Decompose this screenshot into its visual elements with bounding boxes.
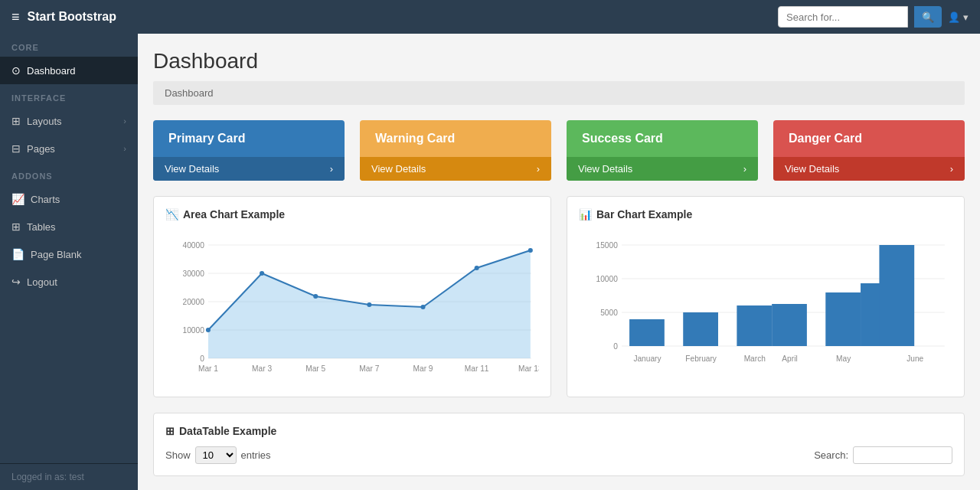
show-label: Show [165, 449, 191, 461]
svg-text:April: April [782, 354, 797, 363]
sidebar-item-dashboard[interactable]: ⊙ Dashboard [0, 57, 138, 84]
sidebar-section-interface: INTERFACE [0, 84, 138, 107]
datatable-search: Search: [814, 446, 952, 464]
svg-text:0: 0 [200, 354, 204, 363]
card-primary-detail: View Details [165, 163, 219, 175]
svg-text:June: June [906, 354, 923, 363]
svg-text:15000: 15000 [596, 241, 619, 250]
svg-point-12 [260, 271, 264, 276]
layout: CORE ⊙ Dashboard INTERFACE ⊞ Layouts › ⊟… [0, 34, 980, 490]
datatable-controls: Show 10 25 50 100 entries Search: [165, 446, 952, 464]
bar-june [879, 245, 914, 346]
svg-text:20000: 20000 [183, 298, 205, 306]
dashboard-icon: ⊙ [11, 64, 21, 77]
sidebar-item-tables[interactable]: ⊞ Tables [0, 213, 138, 240]
sidebar-item-label: Layouts [27, 116, 62, 127]
card-success-title: Success Card [582, 132, 743, 145]
sidebar-item-pages[interactable]: ⊟ Pages › [0, 135, 138, 162]
pageblank-icon: 📄 [11, 248, 24, 260]
sidebar-item-label: Tables [27, 221, 56, 233]
user-menu-button[interactable]: 👤 ▾ [948, 11, 969, 23]
search-input[interactable] [778, 6, 908, 28]
sidebar-item-charts[interactable]: 📈 Charts [0, 185, 138, 213]
arrow-right-icon: › [950, 163, 953, 175]
card-primary-title: Primary Card [168, 132, 329, 145]
svg-text:40000: 40000 [183, 241, 205, 250]
svg-text:Mar 13: Mar 13 [518, 364, 539, 373]
bar-january [629, 319, 665, 346]
bar-may [825, 292, 861, 346]
card-success-detail: View Details [578, 163, 632, 175]
charts-row: 📉 Area Chart Example 40000 30000 20000 1… [153, 196, 965, 397]
logout-icon: ↪ [11, 276, 21, 288]
sidebar-item-logout[interactable]: ↪ Logout [0, 268, 138, 296]
datatable-title: ⊞ DataTable Example [165, 425, 952, 437]
area-chart-icon: 📉 [165, 208, 178, 220]
datatable-show-entries: Show 10 25 50 100 entries [165, 446, 271, 464]
svg-point-15 [420, 305, 425, 309]
card-danger: Danger Card View Details › [773, 120, 965, 181]
card-warning-footer[interactable]: View Details › [360, 157, 551, 181]
sidebar-item-layouts[interactable]: ⊞ Layouts › [0, 107, 138, 135]
pages-icon: ⊟ [11, 142, 21, 155]
cards-row: Primary Card View Details › Warning Card… [153, 120, 965, 181]
svg-text:Mar 7: Mar 7 [359, 364, 379, 373]
layouts-icon: ⊞ [11, 115, 21, 127]
svg-text:Mar 11: Mar 11 [465, 364, 489, 373]
svg-point-13 [313, 294, 318, 299]
card-success-footer[interactable]: View Details › [567, 157, 758, 181]
svg-point-17 [528, 248, 533, 253]
svg-text:February: February [685, 354, 717, 363]
charts-icon: 📈 [11, 193, 24, 205]
card-danger-detail: View Details [785, 163, 839, 175]
bar-chart-title: 📊 Bar Chart Example [579, 208, 952, 220]
datatable-panel: ⊞ DataTable Example Show 10 25 50 100 en… [153, 413, 965, 476]
search-label: Search: [814, 449, 848, 461]
sidebar-item-label: Pages [27, 143, 55, 155]
sidebar-footer: Logged in as: test [0, 463, 138, 490]
card-danger-footer[interactable]: View Details › [773, 157, 965, 181]
entries-label: entries [241, 449, 271, 461]
sidebar-item-label: Dashboard [27, 65, 76, 77]
tables-icon: ⊞ [11, 220, 21, 233]
brand-name: Start Bootstrap [28, 10, 116, 24]
card-primary: Primary Card View Details › [153, 120, 345, 181]
bar-chart-panel: 📊 Bar Chart Example 15000 10000 5000 0 [567, 196, 965, 397]
search-button[interactable]: 🔍 [914, 6, 942, 28]
svg-text:10000: 10000 [596, 275, 619, 283]
svg-text:Mar 5: Mar 5 [305, 364, 325, 373]
navbar: ≡ Start Bootstrap 🔍 👤 ▾ [0, 0, 980, 34]
svg-text:30000: 30000 [183, 270, 205, 278]
sidebar-item-label: Charts [31, 194, 60, 205]
sidebar-item-label: Page Blank [31, 249, 82, 260]
entries-select[interactable]: 10 25 50 100 [195, 446, 237, 464]
svg-text:5000: 5000 [600, 309, 618, 317]
datatable-search-input[interactable] [853, 446, 952, 464]
hamburger-icon[interactable]: ≡ [11, 9, 20, 25]
svg-text:10000: 10000 [183, 326, 205, 335]
svg-text:May: May [836, 354, 851, 363]
card-primary-footer[interactable]: View Details › [153, 157, 345, 181]
bar-april [772, 304, 807, 346]
chevron-right-icon: › [123, 116, 126, 126]
area-chart-title: 📉 Area Chart Example [165, 208, 539, 220]
datatable-icon: ⊞ [165, 425, 175, 437]
svg-text:0: 0 [613, 342, 618, 351]
svg-text:Mar 3: Mar 3 [252, 364, 272, 373]
area-chart-svg: 40000 30000 20000 10000 0 [165, 230, 539, 383]
bar-march [737, 305, 772, 346]
svg-point-14 [367, 302, 371, 307]
sidebar: CORE ⊙ Dashboard INTERFACE ⊞ Layouts › ⊟… [0, 34, 138, 490]
svg-text:March: March [744, 354, 766, 363]
card-success: Success Card View Details › [567, 120, 758, 181]
svg-text:Mar 9: Mar 9 [413, 364, 433, 373]
area-chart-panel: 📉 Area Chart Example 40000 30000 20000 1… [153, 196, 551, 397]
bar-chart-svg: 15000 10000 5000 0 [579, 230, 952, 383]
card-warning-detail: View Details [371, 163, 426, 175]
breadcrumb: Dashboard [153, 81, 965, 105]
navbar-right: 🔍 👤 ▾ [778, 6, 969, 28]
svg-text:January: January [633, 354, 662, 363]
svg-point-11 [206, 328, 211, 332]
sidebar-item-pageblank[interactable]: 📄 Page Blank [0, 240, 138, 268]
arrow-right-icon: › [330, 163, 333, 175]
